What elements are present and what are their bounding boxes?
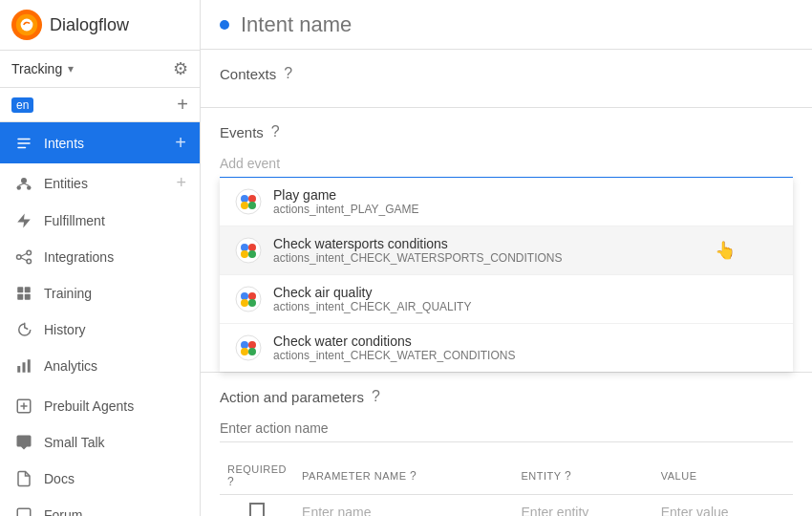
- sidebar-item-history[interactable]: History: [0, 312, 200, 348]
- required-help-icon[interactable]: ?: [227, 475, 234, 488]
- action-section: Action and parameters ? REQUIRED ? PARAM…: [201, 373, 812, 516]
- svg-point-6: [21, 178, 27, 183]
- svg-point-31: [241, 244, 248, 251]
- svg-point-26: [241, 195, 248, 203]
- svg-point-32: [248, 244, 256, 251]
- google-assistant-icon-1: [235, 237, 262, 264]
- entity-cell: Enter entity: [514, 495, 653, 517]
- dropdown-item-2[interactable]: Check air quality actions_intent_CHECK_A…: [220, 275, 793, 324]
- sidebar-item-integrations[interactable]: Integrations: [0, 239, 200, 275]
- events-title: Events: [220, 124, 264, 140]
- intent-header: Intent name: [201, 0, 812, 50]
- events-section: Events ? Play game actions_intent: [201, 108, 812, 373]
- action-help-icon[interactable]: ?: [372, 388, 380, 405]
- entity-header: ENTITY ?: [514, 458, 653, 495]
- sidebar-item-forum[interactable]: Forum: [0, 497, 200, 516]
- entities-icon: [13, 175, 34, 192]
- svg-line-16: [21, 258, 27, 261]
- sidebar-item-docs[interactable]: Docs: [0, 461, 200, 497]
- project-arrow-icon: ▾: [68, 62, 74, 75]
- svg-point-44: [248, 348, 256, 355]
- svg-point-43: [241, 348, 248, 355]
- svg-rect-18: [25, 287, 31, 292]
- svg-point-34: [248, 250, 256, 258]
- forum-label: Forum: [44, 507, 186, 516]
- svg-line-9: [19, 183, 24, 185]
- sidebar-item-fulfillment[interactable]: Fulfillment: [0, 203, 200, 239]
- sidebar-item-analytics[interactable]: Analytics: [0, 348, 200, 384]
- dropdown-item-content-1: Check watersports conditions actions_int…: [273, 236, 563, 265]
- svg-point-36: [241, 292, 248, 300]
- svg-rect-3: [17, 138, 31, 140]
- google-assistant-icon-3: [235, 334, 262, 361]
- intent-title[interactable]: Intent name: [241, 12, 352, 37]
- logo-text: Dialogflow: [50, 15, 129, 35]
- add-language-icon[interactable]: +: [177, 94, 188, 116]
- sidebar-item-intents[interactable]: Intents +: [0, 122, 200, 163]
- content-area: Contexts ? Events ?: [201, 50, 812, 516]
- dialogflow-logo: [11, 10, 42, 40]
- integrations-icon: [13, 248, 34, 266]
- contexts-help-icon[interactable]: ?: [284, 65, 292, 82]
- add-intent-icon[interactable]: +: [175, 132, 186, 154]
- param-name-help-icon[interactable]: ?: [410, 469, 417, 483]
- sidebar-item-entities[interactable]: Entities +: [0, 163, 200, 203]
- dropdown-item-0[interactable]: Play game actions_intent_PLAY_GAME: [220, 178, 793, 226]
- param-name-cell: Enter name: [294, 495, 513, 517]
- add-entity-icon[interactable]: +: [176, 173, 186, 193]
- action-name-input[interactable]: [220, 415, 793, 442]
- dropdown-item-3[interactable]: Check water conditions actions_intent_CH…: [220, 324, 793, 372]
- svg-point-33: [241, 250, 248, 258]
- required-checkbox[interactable]: [249, 503, 265, 516]
- main-content: Intent name Contexts ? Events ?: [201, 0, 812, 516]
- table-row: Enter name Enter entity Enter value: [220, 495, 793, 517]
- dropdown-item-sub-1: actions_intent_CHECK_WATERSPORTS_CONDITI…: [273, 251, 563, 265]
- param-name-placeholder[interactable]: Enter name: [302, 505, 371, 517]
- dropdown-item-content-3: Check water conditions actions_intent_CH…: [273, 333, 515, 362]
- params-header-row: REQUIRED ? PARAMETER NAME ? ENTITY ? V: [220, 458, 793, 495]
- param-name-header: PARAMETER NAME ?: [294, 458, 513, 495]
- prebuilt-label: Prebuilt Agents: [44, 398, 186, 414]
- svg-rect-22: [23, 362, 26, 373]
- sidebar-item-smalltalk[interactable]: Small Talk: [0, 424, 200, 461]
- sidebar-item-training[interactable]: Training: [0, 275, 200, 312]
- settings-icon[interactable]: ⚙: [173, 58, 188, 79]
- language-badge[interactable]: en: [11, 97, 33, 113]
- svg-point-39: [248, 299, 256, 307]
- svg-point-12: [17, 255, 22, 260]
- history-icon: [13, 321, 34, 338]
- dropdown-item-content-2: Check air quality actions_intent_CHECK_A…: [273, 285, 471, 313]
- dropdown-item-name-3: Check water conditions: [273, 333, 515, 349]
- sidebar-item-prebuilt[interactable]: Prebuilt Agents: [0, 388, 200, 424]
- contexts-title: Contexts: [220, 66, 276, 82]
- forum-icon: [13, 506, 34, 516]
- add-event-input[interactable]: [220, 150, 793, 178]
- fulfillment-label: Fulfillment: [44, 213, 186, 228]
- entities-label: Entities: [44, 176, 176, 191]
- prebuilt-icon: [13, 398, 34, 415]
- entity-help-icon[interactable]: ?: [565, 469, 571, 483]
- language-row[interactable]: en +: [0, 88, 200, 122]
- svg-rect-17: [17, 287, 23, 292]
- svg-point-28: [241, 202, 248, 209]
- project-row[interactable]: Tracking ▾ ⚙: [0, 51, 200, 88]
- smalltalk-label: Small Talk: [44, 435, 186, 450]
- intent-status-dot: [220, 20, 229, 30]
- sidebar: Dialogflow Tracking ▾ ⚙ en + Intents +: [0, 0, 201, 516]
- analytics-icon: [13, 357, 34, 375]
- entity-placeholder[interactable]: Enter entity: [522, 505, 589, 517]
- dropdown-item-1[interactable]: Check watersports conditions actions_int…: [220, 226, 793, 275]
- value-placeholder[interactable]: Enter value: [661, 505, 729, 517]
- svg-point-37: [248, 292, 256, 300]
- svg-point-38: [241, 299, 248, 307]
- events-help-icon[interactable]: ?: [271, 123, 280, 140]
- dropdown-item-sub-2: actions_intent_CHECK_AIR_QUALITY: [273, 300, 471, 313]
- svg-point-7: [17, 185, 22, 190]
- svg-point-2: [21, 19, 33, 32]
- svg-point-8: [27, 185, 32, 190]
- svg-point-30: [236, 238, 261, 263]
- svg-line-10: [24, 183, 29, 185]
- required-header: REQUIRED ?: [220, 458, 294, 495]
- svg-point-14: [27, 259, 32, 264]
- svg-point-41: [241, 341, 248, 349]
